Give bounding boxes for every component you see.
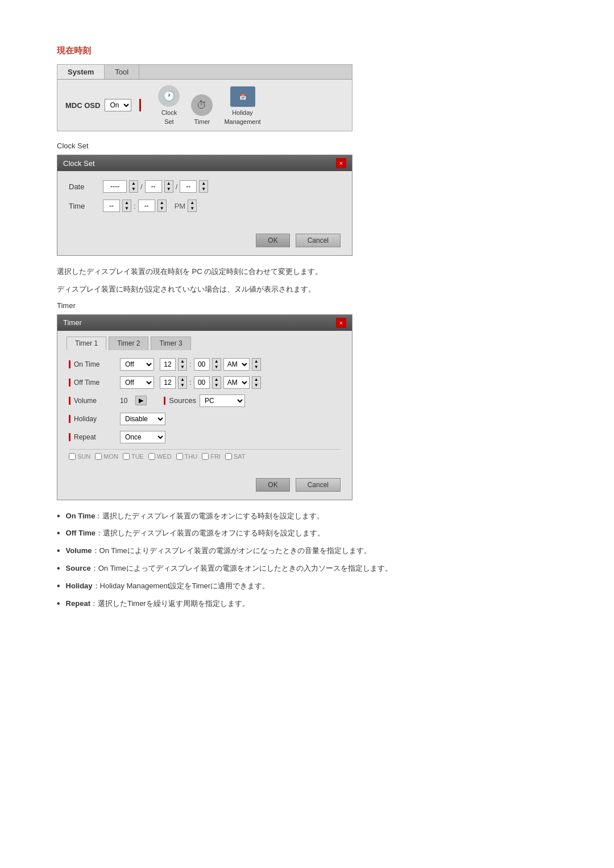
- repeat-select[interactable]: Once Daily Weekly: [120, 431, 165, 443]
- time-row: Time ▲ ▼ : ▲ ▼ PM ▲ ▼: [69, 200, 341, 212]
- on-min-down[interactable]: ▼: [213, 364, 221, 370]
- holiday-label: Holiday: [74, 415, 97, 423]
- date-day-down[interactable]: ▼: [200, 186, 208, 192]
- clock-ok-button[interactable]: OK: [256, 234, 289, 247]
- date-month-down[interactable]: ▼: [165, 186, 173, 192]
- mdc-osd-select[interactable]: On Off: [105, 99, 131, 111]
- day-fri-checkbox[interactable]: [202, 453, 209, 460]
- date-day-up[interactable]: ▲: [200, 181, 208, 186]
- clock-set-dialog: Clock Set × Date ▲ ▼ / ▲ ▼: [57, 155, 352, 256]
- on-ampm-up[interactable]: ▲: [252, 359, 260, 364]
- day-thu-checkbox[interactable]: [176, 453, 183, 460]
- day-tue: TUE: [123, 453, 144, 460]
- mdc-panel: System Tool MDC OSD On Off 🕐 Clock Set ⏱: [57, 64, 352, 131]
- timer-tab-3[interactable]: Timer 3: [151, 337, 190, 350]
- bullet-item-2: • Volume：On Timeによりディスプレイ装置の電源がオンになったときの…: [57, 545, 557, 557]
- volume-sources-row: Volume 10 ▶ Sources PC HDMI DVI: [69, 394, 341, 407]
- timer-tab-2[interactable]: Timer 2: [109, 337, 148, 350]
- day-mon-checkbox[interactable]: [95, 453, 102, 460]
- volume-label: Volume: [74, 397, 97, 405]
- desc-text-1: 選択したディスプレイ装置の現在時刻を PC の設定時刻に合わせて変更します。: [57, 266, 557, 278]
- date-label: Date: [69, 182, 97, 191]
- time-hour-spinner[interactable]: [103, 200, 120, 212]
- off-ampm-up[interactable]: ▲: [252, 377, 260, 383]
- day-tue-label: TUE: [131, 453, 144, 460]
- mdc-osd-label: MDC OSD: [65, 101, 100, 110]
- off-min-down[interactable]: ▼: [213, 383, 221, 388]
- day-thu: THU: [176, 453, 198, 460]
- time-hour-up[interactable]: ▲: [123, 200, 131, 206]
- day-tue-checkbox[interactable]: [123, 453, 130, 460]
- date-year-down[interactable]: ▼: [130, 186, 138, 192]
- holiday-icon-label2: Management: [224, 118, 260, 125]
- bullet-item-1: • Off Time：選択したディスプレイ装置の電源をオフにする時刻を設定します…: [57, 528, 557, 539]
- bullet-item-5: • Repeat：選択したTimerを繰り返す周期を指定します。: [57, 598, 557, 610]
- day-sun-label: SUN: [77, 453, 90, 460]
- days-row: SUN MON TUE WED THU: [69, 449, 341, 463]
- bullet-text-0: On Time：選択したディスプレイ装置の電源をオンにする時刻を設定します。: [66, 510, 325, 522]
- date-month-spinner[interactable]: [145, 180, 162, 193]
- time-ampm-down[interactable]: ▼: [188, 206, 196, 211]
- time-min-spinner[interactable]: [138, 200, 155, 212]
- section-title: 現在時刻: [57, 45, 557, 56]
- timer-dialog-titlebar: Timer ×: [57, 315, 352, 331]
- off-time-ampm[interactable]: AM PM: [223, 376, 250, 389]
- off-time-min[interactable]: [194, 376, 210, 389]
- off-ampm-down[interactable]: ▼: [252, 383, 260, 388]
- time-min-down[interactable]: ▼: [158, 206, 166, 211]
- clock-dialog-title: Clock Set: [63, 159, 95, 168]
- off-time-select[interactable]: Off On: [120, 376, 154, 389]
- on-hour-up[interactable]: ▲: [179, 359, 186, 364]
- on-time-label: On Time: [74, 360, 99, 368]
- timer-dialog: Timer × Timer 1 Timer 2 Timer 3 On Time …: [57, 314, 352, 500]
- on-time-select[interactable]: Off On: [120, 358, 154, 371]
- time-min-up[interactable]: ▲: [158, 200, 166, 206]
- date-year-spinner[interactable]: [103, 180, 127, 193]
- sources-select[interactable]: PC HDMI DVI: [200, 394, 245, 407]
- day-wed: WED: [148, 453, 172, 460]
- holiday-icon-item[interactable]: 📅 Holiday Management: [224, 86, 260, 125]
- current-time-section: 現在時刻 System Tool MDC OSD On Off 🕐 Clock …: [57, 45, 557, 609]
- bullet-text-5: Repeat：選択したTimerを繰り返す周期を指定します。: [66, 598, 250, 610]
- clock-dialog-close[interactable]: ×: [336, 158, 346, 168]
- off-hour-down[interactable]: ▼: [179, 383, 186, 388]
- on-time-ampm[interactable]: AM PM: [223, 358, 250, 371]
- off-time-row: Off Time Off On ▲ ▼ : ▲ ▼: [69, 376, 341, 389]
- time-hour-down[interactable]: ▼: [123, 206, 131, 211]
- off-min-up[interactable]: ▲: [213, 377, 221, 383]
- clock-icon-label: Clock: [161, 109, 177, 116]
- off-hour-up[interactable]: ▲: [179, 377, 186, 383]
- timer-icon-item[interactable]: ⏱ Timer: [191, 94, 213, 125]
- timer-ok-button[interactable]: OK: [256, 478, 289, 492]
- on-ampm-down[interactable]: ▼: [252, 364, 260, 370]
- timer-tab-1[interactable]: Timer 1: [67, 337, 106, 350]
- day-mon-label: MON: [103, 453, 118, 460]
- bullet-text-1: Off Time：選択したディスプレイ装置の電源をオフにする時刻を設定します。: [66, 528, 325, 539]
- clock-cancel-button[interactable]: Cancel: [296, 234, 341, 247]
- bullet-item-4: • Holiday：Holiday Management設定をTimerに適用で…: [57, 580, 557, 592]
- off-time-hour[interactable]: [160, 376, 176, 389]
- bullet-text-2: Volume：On Timeによりディスプレイ装置の電源がオンになったときの音量…: [66, 545, 371, 557]
- date-day-spinner[interactable]: [180, 180, 197, 193]
- mdc-tab-tool[interactable]: Tool: [105, 65, 139, 79]
- timer-cancel-button[interactable]: Cancel: [296, 478, 341, 492]
- on-hour-down[interactable]: ▼: [179, 364, 186, 370]
- on-time-hour[interactable]: [160, 358, 176, 371]
- timer-dialog-close[interactable]: ×: [336, 318, 346, 328]
- on-time-min[interactable]: [194, 358, 210, 371]
- date-month-up[interactable]: ▲: [165, 181, 173, 186]
- date-year-up[interactable]: ▲: [130, 181, 138, 186]
- timer-dialog-title: Timer: [63, 318, 82, 327]
- mdc-tab-system[interactable]: System: [57, 65, 105, 79]
- bullet-text-4: Holiday：Holiday Management設定をTimerに適用できま…: [66, 580, 270, 592]
- day-sun-checkbox[interactable]: [69, 453, 76, 460]
- time-ampm-up[interactable]: ▲: [188, 200, 196, 206]
- volume-arrow-btn[interactable]: ▶: [135, 396, 147, 405]
- day-wed-checkbox[interactable]: [148, 453, 155, 460]
- on-min-up[interactable]: ▲: [213, 359, 221, 364]
- day-sat-checkbox[interactable]: [225, 453, 232, 460]
- day-fri-label: FRI: [210, 453, 221, 460]
- off-time-label: Off Time: [74, 379, 99, 387]
- holiday-select[interactable]: Disable Enable: [120, 413, 165, 425]
- clock-set-icon-item[interactable]: 🕐 Clock Set: [158, 85, 180, 125]
